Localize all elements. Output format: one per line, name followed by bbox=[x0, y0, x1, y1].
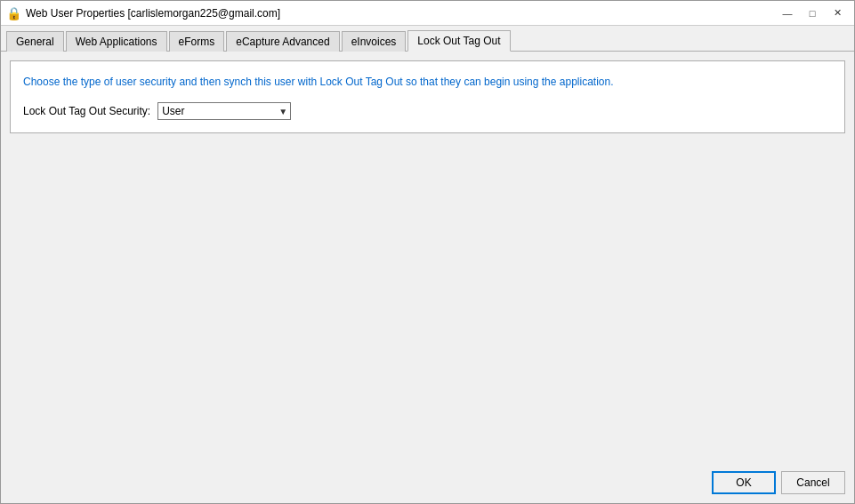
close-button[interactable]: ✕ bbox=[826, 4, 849, 22]
content-spacer bbox=[10, 142, 845, 457]
button-bar: OK Cancel bbox=[1, 466, 854, 503]
tab-einvoices[interactable]: eInvoices bbox=[342, 31, 407, 52]
tab-bar: General Web Applications eForms eCapture… bbox=[1, 26, 854, 52]
window: 🔒 Web User Properties [carlislemorgan225… bbox=[0, 0, 855, 504]
tab-lock-out-tag-out[interactable]: Lock Out Tag Out bbox=[407, 30, 510, 52]
title-bar: 🔒 Web User Properties [carlislemorgan225… bbox=[1, 1, 854, 26]
tab-general[interactable]: General bbox=[6, 31, 64, 52]
security-select-wrapper: User Admin Viewer ▼ bbox=[157, 102, 291, 120]
content-area: Choose the type of user security and the… bbox=[1, 52, 854, 466]
tab-eforms[interactable]: eForms bbox=[169, 31, 225, 52]
minimize-button[interactable]: — bbox=[776, 4, 799, 22]
security-field-row: Lock Out Tag Out Security: User Admin Vi… bbox=[23, 102, 832, 120]
lock-icon: 🔒 bbox=[6, 6, 20, 20]
cancel-button[interactable]: Cancel bbox=[781, 471, 845, 494]
security-select[interactable]: User Admin Viewer bbox=[157, 102, 291, 120]
tab-web-applications[interactable]: Web Applications bbox=[66, 31, 167, 52]
tab-ecapture-advanced[interactable]: eCapture Advanced bbox=[226, 31, 339, 52]
title-bar-left: 🔒 Web User Properties [carlislemorgan225… bbox=[6, 6, 280, 20]
ok-button[interactable]: OK bbox=[712, 471, 776, 494]
settings-panel: Choose the type of user security and the… bbox=[10, 60, 845, 133]
maximize-button[interactable]: □ bbox=[801, 4, 824, 22]
window-title: Web User Properties [carlislemorgan225@g… bbox=[26, 7, 280, 20]
security-field-label: Lock Out Tag Out Security: bbox=[23, 105, 150, 117]
info-text: Choose the type of user security and the… bbox=[23, 74, 832, 90]
title-bar-controls: — □ ✕ bbox=[776, 4, 849, 22]
